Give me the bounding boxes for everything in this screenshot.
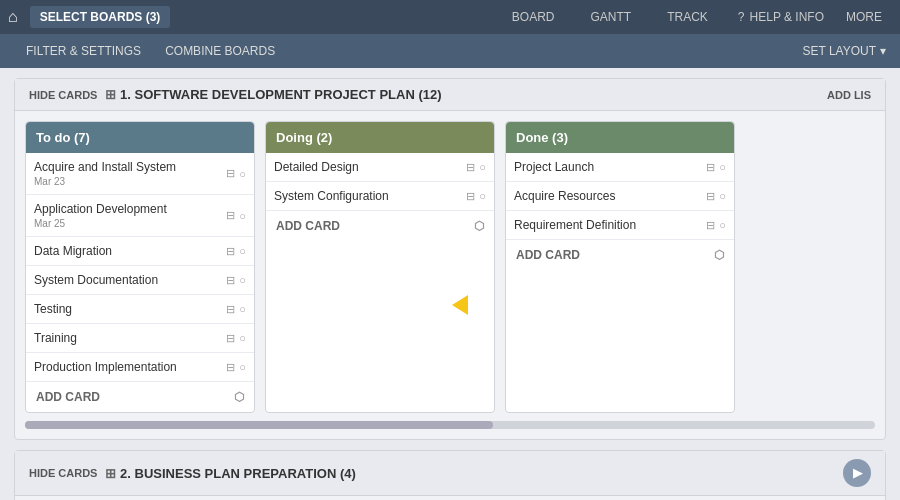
card-grid-icon[interactable]: ⊟ [226,361,235,374]
external-link-icon: ⬡ [234,390,244,404]
card-title: Production Implementation [34,360,226,374]
todo-column-header: To do (7) [26,122,254,153]
card-date: Mar 23 [34,176,226,187]
card-grid-icon[interactable]: ⊟ [706,161,715,174]
card-title: System Documentation [34,273,226,287]
gantt-link[interactable]: GANTT [573,6,650,28]
card-circle-icon[interactable]: ○ [719,161,726,173]
table-row[interactable]: Production Implementation ⊟ ○ [26,353,254,382]
board-link[interactable]: BOARD [494,6,573,28]
track-link[interactable]: TRACK [649,6,726,28]
sub-nav: FILTER & SETTINGS COMBINE BOARDS SET LAY… [0,34,900,68]
card-title: System Configuration [274,189,466,203]
horizontal-scrollbar[interactable] [25,421,875,429]
columns-area: To do (7) Acquire and Install System Mar… [15,111,885,413]
filter-settings-link[interactable]: FILTER & SETTINGS [14,40,153,62]
card-grid-icon[interactable]: ⊟ [226,303,235,316]
todo-column: To do (7) Acquire and Install System Mar… [25,121,255,413]
card-grid-icon[interactable]: ⊟ [466,190,475,203]
hide-cards-button-2[interactable]: HIDE CARDS [29,467,97,479]
section2-title: ⊞ 2. BUSINESS PLAN PREPARATION (4) [105,466,355,481]
card-grid-icon[interactable]: ⊟ [226,245,235,258]
help-info-button[interactable]: ? HELP & INFO [726,6,836,28]
chevron-down-icon: ▾ [880,44,886,58]
set-layout-button[interactable]: SET LAYOUT ▾ [802,44,886,58]
card-circle-icon[interactable]: ○ [239,332,246,344]
table-row[interactable]: Acquire Resources ⊟ ○ [506,182,734,211]
card-circle-icon[interactable]: ○ [239,303,246,315]
external-link-icon: ⬡ [714,248,724,262]
hide-cards-button[interactable]: HIDE CARDS [29,89,97,101]
section1-title: ⊞ 1. SOFTWARE DEVELOPMENT PROJECT PLAN (… [105,87,441,102]
more-button[interactable]: MORE [836,6,892,28]
card-grid-icon[interactable]: ⊟ [466,161,475,174]
help-icon: ? [738,10,745,24]
card-grid-icon[interactable]: ⊟ [226,167,235,180]
todo-add-card-button[interactable]: ADD CARD ⬡ [26,382,254,412]
avatar: ▶ [843,459,871,487]
doc-icon-2: ⊞ [105,466,116,481]
card-circle-icon[interactable]: ○ [239,361,246,373]
home-icon[interactable]: ⌂ [8,8,18,26]
card-grid-icon[interactable]: ⊟ [706,190,715,203]
select-boards-button[interactable]: SELECT BOARDS (3) [30,6,171,28]
card-circle-icon[interactable]: ○ [479,190,486,202]
combine-boards-link[interactable]: COMBINE BOARDS [153,40,287,62]
table-row[interactable]: Application Development Mar 25 ⊟ ○ [26,195,254,237]
done-add-card-button[interactable]: ADD CARD ⬡ [506,240,734,270]
card-title: Training [34,331,226,345]
card-title: Data Migration [34,244,226,258]
add-lis-button[interactable]: ADD LIS [827,89,871,101]
table-row[interactable]: Acquire and Install System Mar 23 ⊟ ○ [26,153,254,195]
doc-icon: ⊞ [105,87,116,102]
card-grid-icon[interactable]: ⊟ [226,209,235,222]
table-row[interactable]: System Documentation ⊟ ○ [26,266,254,295]
card-title: Requirement Definition [514,218,706,232]
table-row[interactable]: Requirement Definition ⊟ ○ [506,211,734,240]
doing-add-card-button[interactable]: ADD CARD ⬡ [266,211,494,241]
card-circle-icon[interactable]: ○ [239,210,246,222]
card-title: Acquire Resources [514,189,706,203]
main-content: HIDE CARDS ⊞ 1. SOFTWARE DEVELOPMENT PRO… [0,68,900,500]
card-title: Detailed Design [274,160,466,174]
section2-header: HIDE CARDS ⊞ 2. BUSINESS PLAN PREPARATIO… [15,451,885,496]
card-circle-icon[interactable]: ○ [719,190,726,202]
card-grid-icon[interactable]: ⊟ [226,274,235,287]
table-row[interactable]: Data Migration ⊟ ○ [26,237,254,266]
table-row[interactable]: System Configuration ⊟ ○ [266,182,494,211]
top-nav: ⌂ SELECT BOARDS (3) BOARD GANTT TRACK ? … [0,0,900,34]
table-row[interactable]: Testing ⊟ ○ [26,295,254,324]
card-title: Application Development [34,202,226,216]
done-column: Done (3) Project Launch ⊟ ○ Acquire Reso… [505,121,735,413]
card-circle-icon[interactable]: ○ [239,274,246,286]
card-title: Testing [34,302,226,316]
done-column-header: Done (3) [506,122,734,153]
nav-links: BOARD GANTT TRACK [494,6,726,28]
card-circle-icon[interactable]: ○ [479,161,486,173]
card-grid-icon[interactable]: ⊟ [706,219,715,232]
card-circle-icon[interactable]: ○ [719,219,726,231]
doing-column-header: Doing (2) [266,122,494,153]
section1-header: HIDE CARDS ⊞ 1. SOFTWARE DEVELOPMENT PRO… [15,79,885,111]
doing-column: Doing (2) Detailed Design ⊟ ○ System Con… [265,121,495,413]
table-row[interactable]: Project Launch ⊟ ○ [506,153,734,182]
card-title: Acquire and Install System [34,160,226,174]
card-title: Project Launch [514,160,706,174]
table-row[interactable]: Detailed Design ⊟ ○ [266,153,494,182]
card-grid-icon[interactable]: ⊟ [226,332,235,345]
board-section-1: HIDE CARDS ⊞ 1. SOFTWARE DEVELOPMENT PRO… [14,78,886,440]
board-section-2: HIDE CARDS ⊞ 2. BUSINESS PLAN PREPARATIO… [14,450,886,500]
card-date: Mar 25 [34,218,226,229]
table-row[interactable]: Training ⊟ ○ [26,324,254,353]
card-circle-icon[interactable]: ○ [239,245,246,257]
external-link-icon: ⬡ [474,219,484,233]
card-circle-icon[interactable]: ○ [239,168,246,180]
